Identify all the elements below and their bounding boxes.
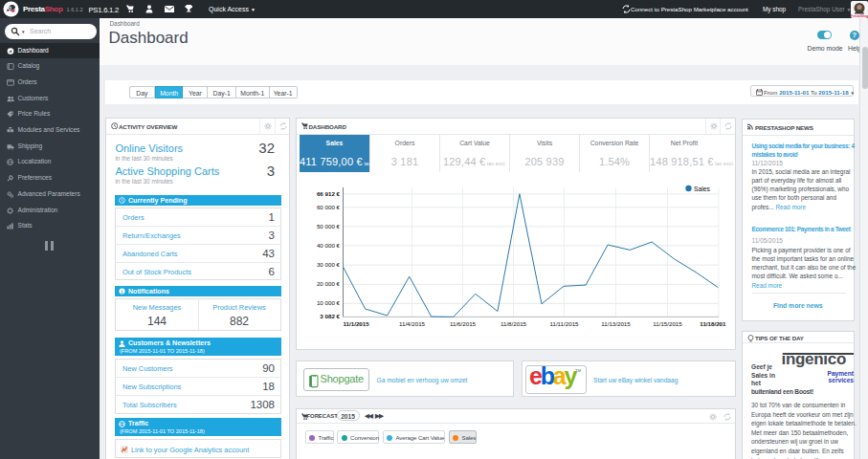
svg-text:60 000 €: 60 000 €: [316, 204, 340, 210]
svg-text:11/15/2015: 11/15/2015: [653, 320, 682, 327]
svg-text:10 000 €: 10 000 €: [316, 299, 340, 306]
svg-text:11/6/2015: 11/6/2015: [449, 320, 476, 327]
svg-text:3 082 €: 3 082 €: [320, 313, 340, 319]
svg-text:20 000 €: 20 000 €: [316, 280, 340, 287]
svg-text:11/4/2015: 11/4/2015: [398, 320, 425, 327]
svg-text:66 912 €: 66 912 €: [316, 190, 340, 197]
svg-text:50 000 €: 50 000 €: [316, 223, 340, 230]
svg-text:Sales: Sales: [694, 186, 711, 192]
svg-text:11/11/2015: 11/11/2015: [549, 320, 579, 327]
svg-text:40 000 €: 40 000 €: [316, 242, 340, 249]
svg-text:30 000 €: 30 000 €: [316, 261, 340, 268]
svg-text:11/13/2015: 11/13/2015: [601, 320, 631, 327]
svg-text:11/1/2015: 11/1/2015: [343, 320, 369, 327]
svg-text:11/8/2015: 11/8/2015: [500, 320, 526, 327]
svg-text:11/18/201: 11/18/201: [700, 320, 726, 327]
